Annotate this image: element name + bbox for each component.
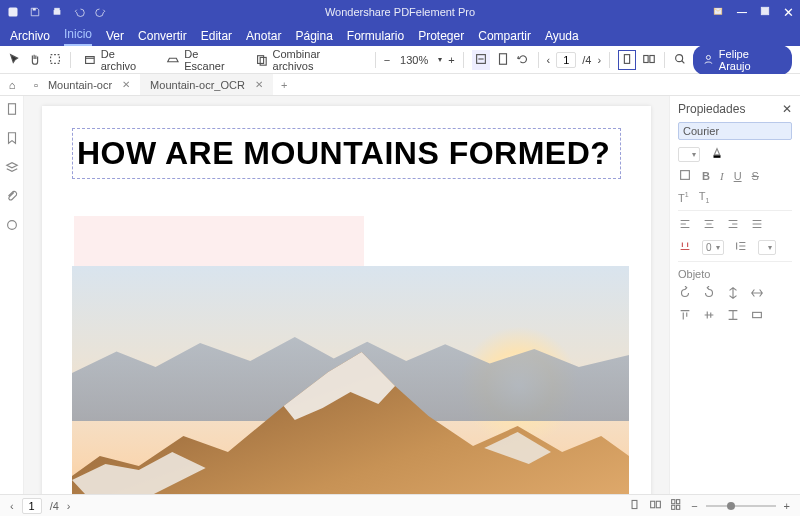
close-panel-icon[interactable]: ✕ [782, 102, 792, 116]
svg-rect-22 [651, 501, 655, 508]
print-icon[interactable] [50, 5, 64, 19]
align-middle-icon[interactable] [702, 308, 716, 324]
maximize-button[interactable] [759, 5, 771, 20]
from-file-button[interactable]: De archivo [79, 46, 156, 74]
line-spacing-input[interactable]: ▾ [758, 240, 777, 255]
more-align-icon[interactable] [750, 308, 764, 324]
zoom-value[interactable]: 130% [396, 54, 432, 66]
mountain-image [72, 266, 629, 494]
page: HOW ARE MOUNTAINS FORMED? [42, 106, 651, 494]
tab-label: Mountain-ocr_OCR [150, 79, 245, 91]
zoom-in-button[interactable]: + [448, 54, 454, 66]
fit-width-icon[interactable] [472, 50, 490, 70]
menu-inicio[interactable]: Inicio [64, 27, 92, 46]
combine-files-button[interactable]: Combinar archivos [251, 46, 367, 74]
align-center-icon[interactable] [702, 217, 716, 233]
view-mode-1-icon[interactable] [628, 498, 641, 513]
svg-point-16 [706, 55, 710, 59]
menu-editar[interactable]: Editar [201, 29, 232, 46]
status-page-input[interactable] [22, 498, 42, 514]
status-prev-page[interactable]: ‹ [10, 500, 14, 512]
menu-archivo[interactable]: Archivo [10, 29, 50, 46]
view-double-icon[interactable] [642, 52, 656, 68]
underline-button[interactable]: U [734, 170, 742, 182]
svg-rect-5 [761, 7, 769, 15]
from-scanner-button[interactable]: De Escaner [162, 46, 244, 74]
redo-icon[interactable] [94, 5, 108, 19]
headline-textbox[interactable]: HOW ARE MOUNTAINS FORMED? [72, 128, 621, 179]
border-icon[interactable] [678, 168, 692, 184]
fit-page-icon[interactable] [496, 52, 510, 68]
page-input[interactable] [556, 52, 576, 68]
view-single-icon[interactable] [618, 50, 636, 70]
svg-point-15 [676, 54, 683, 61]
undo-icon[interactable] [72, 5, 86, 19]
flip-horizontal-icon[interactable] [750, 286, 764, 302]
svg-rect-26 [677, 500, 680, 504]
svg-rect-17 [8, 104, 15, 115]
bookmarks-icon[interactable] [5, 131, 19, 148]
prev-page-button[interactable]: ‹ [547, 54, 551, 66]
bold-button[interactable]: B [702, 170, 710, 182]
distribute-icon[interactable] [726, 308, 740, 324]
menu-formulario[interactable]: Formulario [347, 29, 404, 46]
menu-anotar[interactable]: Anotar [246, 29, 281, 46]
close-icon[interactable]: ✕ [122, 79, 130, 90]
next-page-button[interactable]: › [597, 54, 601, 66]
rotate-icon[interactable] [516, 52, 530, 68]
font-color-icon[interactable] [710, 146, 724, 162]
minimize-button[interactable]: ─ [737, 4, 747, 20]
subscript-button[interactable]: T1 [699, 190, 710, 204]
italic-button[interactable]: I [720, 170, 724, 182]
menu-ver[interactable]: Ver [106, 29, 124, 46]
notification-icon[interactable] [711, 5, 725, 19]
font-family-select[interactable]: Courier [678, 122, 792, 140]
tab-0[interactable]: ▫ Mountain-ocr ✕ [24, 74, 140, 95]
close-icon[interactable]: ✕ [255, 79, 263, 90]
zoom-dropdown-icon[interactable]: ▾ [438, 55, 442, 64]
tab-1[interactable]: Mountain-ocr_OCR ✕ [140, 74, 273, 95]
comments-icon[interactable] [5, 218, 19, 235]
layers-icon[interactable] [5, 160, 19, 177]
home-tab-icon[interactable]: ⌂ [0, 79, 24, 91]
user-button[interactable]: Felipe Araujo [693, 45, 792, 75]
titlebar: Wondershare PDFelement Pro ─ ✕ [0, 0, 800, 24]
flip-vertical-icon[interactable] [726, 286, 740, 302]
view-mode-2-icon[interactable] [649, 498, 662, 513]
hand-tool-icon[interactable] [28, 52, 42, 68]
menu-compartir[interactable]: Compartir [478, 29, 531, 46]
status-zoom-out[interactable]: − [691, 500, 697, 512]
align-justify-icon[interactable] [750, 217, 764, 233]
select-tool-icon[interactable] [48, 52, 62, 68]
save-icon[interactable] [28, 5, 42, 19]
svg-rect-24 [672, 500, 675, 504]
status-zoom-in[interactable]: + [784, 500, 790, 512]
menu-convertir[interactable]: Convertir [138, 29, 187, 46]
rotate-right-icon[interactable] [702, 286, 716, 302]
pointer-tool-icon[interactable] [8, 52, 22, 68]
menu-proteger[interactable]: Proteger [418, 29, 464, 46]
svg-rect-11 [499, 53, 506, 64]
font-size-input[interactable]: ▾ [678, 147, 700, 162]
close-button[interactable]: ✕ [783, 5, 794, 20]
line-spacing-icon[interactable] [734, 239, 748, 255]
strike-button[interactable]: S [752, 170, 759, 182]
rotate-left-icon[interactable] [678, 286, 692, 302]
status-next-page[interactable]: › [67, 500, 71, 512]
view-mode-3-icon[interactable] [670, 498, 683, 513]
align-right-icon[interactable] [726, 217, 740, 233]
menu-ayuda[interactable]: Ayuda [545, 29, 579, 46]
app-logo-icon [6, 5, 20, 19]
zoom-slider[interactable] [706, 505, 776, 507]
attachments-icon[interactable] [5, 189, 19, 206]
superscript-button[interactable]: T1 [678, 191, 689, 204]
search-icon[interactable] [673, 52, 687, 68]
align-left-icon[interactable] [678, 217, 692, 233]
zoom-out-button[interactable]: − [384, 54, 390, 66]
thumbnails-icon[interactable] [5, 102, 19, 119]
char-spacing-input[interactable]: 0▾ [702, 240, 724, 255]
align-top-icon[interactable] [678, 308, 692, 324]
canvas-area[interactable]: HOW ARE MOUNTAINS FORMED? [24, 96, 670, 494]
menu-pagina[interactable]: Página [295, 29, 332, 46]
new-tab-button[interactable]: + [273, 79, 295, 91]
